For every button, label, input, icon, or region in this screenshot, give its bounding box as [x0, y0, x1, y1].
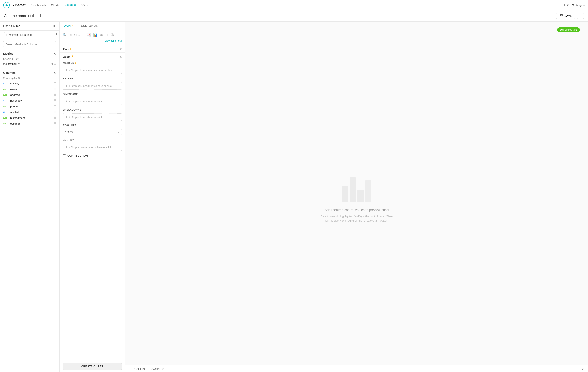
metric-edit-icon[interactable]: ⊞	[51, 63, 53, 65]
clock-icon[interactable]: ⏱	[116, 33, 120, 37]
col-name: name	[10, 88, 53, 91]
tab-data-info-icon: ℹ	[72, 24, 73, 27]
col-drag-handle[interactable]: ⠿	[54, 111, 56, 114]
time-toggle-icon: ∨	[120, 47, 122, 51]
col-drag-handle[interactable]: ⠿	[54, 93, 56, 97]
nav-dashboards[interactable]: Dashboards	[31, 3, 46, 7]
dimensions-field-label: DIMENSIONS	[63, 93, 78, 96]
row-limit-section: ROW LIMIT 10000 ∨	[60, 122, 125, 137]
metrics-toggle[interactable]: ∧	[54, 51, 56, 55]
metrics-drop-plus: +	[65, 68, 67, 72]
column-comment[interactable]: abc comment ⠿	[0, 121, 59, 126]
sidebar: Chart Source ⇤ ⊞ workshop.customer Metri…	[0, 21, 60, 372]
timer-badge: 00:00:00.00	[557, 27, 580, 32]
search-input[interactable]	[3, 41, 56, 47]
metric-drag-handle[interactable]: ⠿	[54, 62, 56, 66]
preview-panel: 00:00:00.00 Add required control values …	[125, 21, 588, 372]
dataset-badge[interactable]: ⊞ workshop.customer	[4, 32, 53, 37]
col-type-str: abc	[3, 94, 9, 96]
contribution-label[interactable]: CONTRIBUTION	[67, 154, 88, 157]
line-chart-icon[interactable]: 📈	[87, 33, 91, 37]
metrics-title: Metrics	[3, 52, 13, 55]
column-phone[interactable]: abc phone ⠿	[0, 103, 59, 109]
bar-2	[350, 177, 356, 202]
time-info-icon: ℹ	[70, 48, 71, 50]
chart-search-icon: 🔍	[63, 33, 66, 37]
add-button[interactable]: + ▾	[563, 3, 569, 8]
bar-chart2-icon[interactable]: ▦	[100, 33, 103, 37]
col-type-num: #	[3, 111, 9, 113]
bar-1	[342, 186, 348, 202]
settings-button[interactable]: Settings ▾	[572, 3, 585, 7]
col-drag-handle[interactable]: ⠿	[54, 105, 56, 108]
column-mktsegment[interactable]: abc mktsegment ⠿	[0, 115, 59, 121]
bottom-tabs: RESULTS SAMPLES ∨	[125, 365, 588, 372]
chart-placeholder	[342, 177, 371, 202]
logo-text: Superset	[11, 3, 25, 7]
col-name: phone	[10, 105, 53, 108]
page-header: Add the name of the chart 💾 SAVE ···	[0, 10, 588, 21]
dataset-options-button[interactable]	[56, 33, 57, 36]
source-label: Chart Source	[3, 24, 20, 28]
grid-icon: ⊞	[6, 33, 8, 36]
col-drag-handle[interactable]: ⠿	[54, 122, 56, 125]
col-name: custkey	[10, 82, 53, 85]
metrics-showing: Showing 1 of 1	[0, 57, 59, 61]
col-type-num: #	[3, 82, 9, 85]
time-section-title: Time ℹ	[63, 48, 71, 51]
tab-data[interactable]: DATA ℹ	[60, 21, 77, 30]
preview-desc: Select values in highlighted field(s) in…	[320, 214, 394, 223]
col-drag-handle[interactable]: ⠿	[54, 99, 56, 102]
metrics-field-label: METRICS	[63, 61, 74, 64]
col-drag-handle[interactable]: ⠿	[54, 88, 56, 91]
filters-field-label: FILTERS	[63, 77, 73, 80]
column-nationkey[interactable]: # nationkey ⠿	[0, 98, 59, 103]
dimensions-drop-zone[interactable]: + + Drop columns here or click	[63, 98, 122, 105]
main-layout: Chart Source ⇤ ⊞ workshop.customer Metri…	[0, 21, 588, 372]
col-name: mktsegment	[10, 116, 53, 120]
column-acctbal[interactable]: # acctbal ⠿	[0, 109, 59, 115]
col-drag-handle[interactable]: ⠿	[54, 82, 56, 85]
columns-toggle[interactable]: ∧	[54, 71, 56, 75]
bottom-tab-results[interactable]: RESULTS	[129, 365, 148, 372]
page-title: Add the name of the chart	[4, 14, 47, 18]
nav-datasets[interactable]: Datasets	[64, 3, 76, 7]
metrics-drop-zone[interactable]: + + Drop columns/metrics here or click	[63, 67, 122, 74]
header-actions: 💾 SAVE ···	[556, 13, 584, 19]
time-section-header[interactable]: Time ℹ ∨	[60, 45, 125, 52]
metric-func-icon: f(x)	[3, 63, 7, 65]
nav-right-actions: + ▾ Settings ▾	[563, 3, 585, 8]
tab-customize[interactable]: CUSTOMIZE	[77, 21, 102, 30]
column-name[interactable]: abc name ⠿	[0, 86, 59, 92]
sort-by-drop-zone[interactable]: + + Drop a column/metric here or click	[63, 143, 122, 151]
col-name: address	[10, 93, 53, 97]
more-button[interactable]: ···	[577, 13, 584, 19]
nav-charts[interactable]: Charts	[51, 3, 59, 7]
col-type-str: abc	[3, 88, 9, 90]
query-section-header[interactable]: Query ℹ ∧	[60, 52, 125, 60]
col-name: comment	[10, 122, 53, 125]
row-limit-select[interactable]: 10000 ∨	[63, 129, 122, 135]
table-icon[interactable]: ⊞	[105, 33, 108, 37]
filters-drop-zone[interactable]: + + Drop columns/metrics here or click	[63, 82, 122, 90]
contribution-checkbox[interactable]	[63, 154, 66, 157]
create-chart-button[interactable]: CREATE CHART	[63, 363, 122, 370]
collapse-button[interactable]: ⇤	[53, 24, 56, 28]
breakdowns-drop-zone[interactable]: + + Drop columns here or click	[63, 113, 122, 121]
column-address[interactable]: abc address ⠿	[0, 92, 59, 98]
bottom-expand-icon[interactable]: ∨	[582, 367, 584, 371]
col-type-str: abc	[3, 105, 9, 108]
bar-chart-icon[interactable]: 📊	[93, 33, 97, 37]
column-custkey[interactable]: # custkey ⠿	[0, 80, 59, 86]
sort-by-label: SORT BY	[63, 139, 74, 141]
number-icon[interactable]: 4k	[111, 33, 114, 37]
time-section: Time ℹ ∨	[60, 45, 125, 52]
metrics-sub-section: METRICS ℹ + + Drop columns/metrics here …	[60, 60, 125, 76]
chart-type-label[interactable]: 🔍 BAR CHART	[63, 33, 84, 37]
bottom-tab-samples[interactable]: SAMPLES	[148, 365, 167, 372]
view-all-charts-link[interactable]: View all charts	[105, 39, 122, 42]
col-drag-handle[interactable]: ⠿	[54, 116, 56, 120]
save-button[interactable]: 💾 SAVE	[556, 13, 575, 19]
nav-sql[interactable]: SQL ▾	[81, 3, 88, 7]
sidebar-header: Chart Source ⇤	[0, 21, 59, 30]
